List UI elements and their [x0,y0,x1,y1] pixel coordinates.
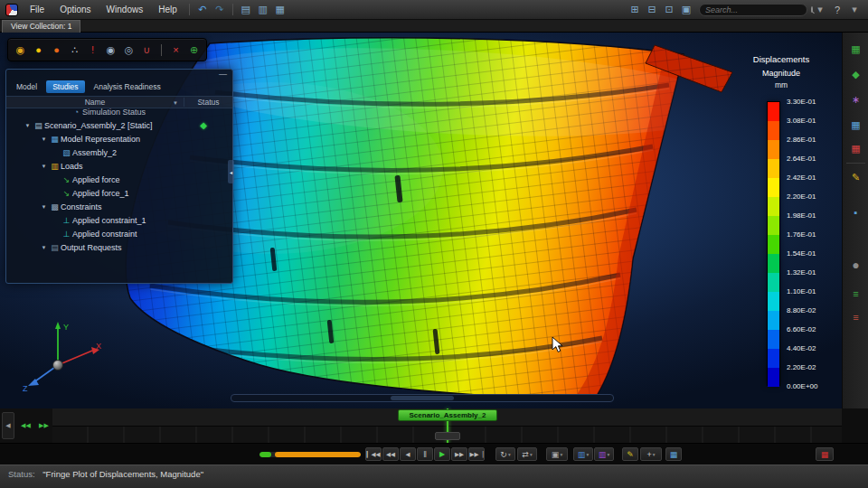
search-scope-icon[interactable]: ▾ [812,3,828,17]
legend-value: 2.86E-01 [787,136,837,144]
jump-start-icon[interactable]: ◀◀ [18,420,33,431]
tree-row-output-requests[interactable]: ▼ ▤ Output Requests [6,240,232,254]
alert-icon[interactable]: ! [85,42,100,58]
scenario-badge[interactable]: Scenario_Assembly_2 [398,409,497,421]
save-view-icon[interactable]: ▥ [255,3,271,17]
fast-rewind-button[interactable]: ◀◀ [382,447,399,461]
scrollbar-handle[interactable] [391,396,454,400]
search-icon[interactable] [811,6,813,13]
expander-icon[interactable]: ▼ [39,164,49,169]
play-button[interactable]: ▶ [434,447,450,461]
expander-icon[interactable]: ▼ [39,245,49,250]
search-box[interactable] [699,4,807,16]
menu-bar: File Options Windows Help ↶ ↷ ▤ ▥ ▦ ⊞ ⊟ … [0,0,868,20]
section-cut-icon[interactable]: × [168,42,184,58]
tab-studies[interactable]: Studies [46,80,84,93]
material-sphere-icon[interactable]: ● [49,42,64,58]
transport-bar: ▎◀◀ ◀◀ ◀ ‖ ▶ ▶▶ ▶▶▕ ↻ ▾ ⇄ ▾ ▣ ▾ ▥ ▾ ▥ ▾ … [0,443,868,465]
redo-icon[interactable]: ↷ [212,3,228,17]
expander-icon[interactable]: ▼ [23,123,33,128]
entity-dots-icon[interactable]: ∴ [67,42,82,58]
tree-row[interactable]: ◔ Simulation Status [6,108,232,118]
monitor-icon[interactable]: ▣ [678,3,694,17]
triad-z-label: Z [23,384,28,393]
mesh-display-icon[interactable]: ⊕ [186,42,202,58]
search-input[interactable] [705,5,811,14]
tree-row-applied-constraint[interactable]: ⊥ Applied constraint [6,227,232,240]
fringe-style-button[interactable]: ▥ ▾ [573,447,593,461]
chevron-down-icon: ▾ [508,452,511,457]
skip-end-button[interactable]: ▶▶▕ [468,447,485,461]
column-status[interactable]: Status [184,98,232,107]
tree-row-applied-force[interactable]: ↘ Applied force [6,173,232,186]
tree-row-applied-constraint-1[interactable]: ⊥ Applied constraint_1 [6,213,232,227]
fast-forward-button[interactable]: ▶▶ [451,447,467,461]
menu-options[interactable]: Options [52,2,98,17]
report-icon[interactable]: ▦ [848,141,863,156]
snap-magnet-icon[interactable]: ∪ [139,42,155,58]
data-table-icon[interactable]: ▦ [848,117,863,133]
expander-icon[interactable]: ▼ [39,136,49,142]
add-plot-button[interactable]: + ▾ [640,447,662,461]
legend-value: 2.20E-01 [787,192,837,201]
layout-icon[interactable]: ▦ [272,3,288,17]
menu-help[interactable]: Help [151,2,184,17]
copy-view-icon[interactable]: ▤ [238,3,254,17]
status-message: "Fringe Plot of Displacements, Magnitude… [42,469,203,479]
selection-eye-icon[interactable]: ◎ [121,42,137,58]
note-icon[interactable]: ▪ [848,204,863,220]
tree-row-loads[interactable]: ▼ ▥ Loads [6,159,232,173]
viewport-scrollbar[interactable] [231,394,614,402]
visibility-icon[interactable]: ◉ [103,42,118,58]
undo-icon[interactable]: ↶ [194,3,211,17]
mesh-table-icon[interactable]: ▦ [848,42,863,57]
shaded-sphere-icon[interactable]: ● [31,42,46,58]
pause-button[interactable]: ‖ [417,447,433,461]
menu-windows[interactable]: Windows [99,2,151,17]
record-export-button[interactable]: ▦ [816,447,834,461]
skip-start-button[interactable]: ▎◀◀ [365,447,382,461]
spectrum-button[interactable]: ▥ ▾ [594,447,614,461]
tree-row-assembly[interactable]: ▧ Assembly_2 [6,145,232,159]
model-rep-icon: ▦ [49,135,61,144]
chevron-down-icon: ▾ [653,452,656,457]
layers-red-icon[interactable]: ≡ [848,309,863,324]
studies-panel: — Model Studies Analysis Readiness Name … [5,69,233,284]
table-view-button[interactable]: ▦ [665,447,682,461]
loop-mode-button[interactable]: ↻ ▾ [495,447,515,461]
tab-analysis-readiness[interactable]: Analysis Readiness [88,80,167,93]
annotate-icon[interactable]: ✎ [848,170,863,185]
tree-row-model-representation[interactable]: ▼ ▦ Model Representation [6,132,232,145]
tree-row-applied-force-1[interactable]: ↘ Applied force_1 [6,186,232,200]
orbit-sphere-icon[interactable]: ● [848,257,863,272]
help-icon[interactable]: ? [829,3,845,17]
step-back-button[interactable]: ◀ [400,447,416,461]
edit-plot-button[interactable]: ✎ [622,447,638,461]
expander-icon[interactable]: ▼ [39,204,49,210]
results-icon[interactable]: ◆ [848,67,863,82]
panel-collapse-handle[interactable]: ◂ [228,160,234,183]
menu-file[interactable]: File [23,2,52,17]
speed-slider[interactable] [259,452,361,457]
minimize-icon[interactable]: — [219,70,227,79]
timeline-grip[interactable] [435,432,460,440]
tree-row-constraints[interactable]: ▼ ▩ Constraints [6,200,232,213]
filter-icon[interactable]: ▼ [173,100,178,106]
window-cascade-icon[interactable]: ⊡ [661,3,677,17]
window-tile-icon[interactable]: ⊞ [627,3,643,17]
tab-model[interactable]: Model [10,80,43,93]
layers-green-icon[interactable]: ≡ [848,286,863,301]
view-collection-tab[interactable]: View Collection: 1 [2,20,80,33]
display-style-icon[interactable]: ◉ [13,42,28,58]
window-split-icon[interactable]: ⊟ [644,3,660,17]
pin-icon[interactable]: ▾ [846,3,863,17]
jump-end-icon[interactable]: ▶▶ [36,420,52,431]
materials-icon[interactable]: ∗ [848,92,863,108]
column-name[interactable]: Name ▼ [6,98,184,107]
timeline-collapse-icon[interactable]: ◀ [2,412,14,439]
viewport-3d[interactable]: Y X Z ◉ ● ● ∴ ! ◉ ◎ ∪ × ⊕ — [0,33,842,408]
toolbar-separator [232,4,233,15]
capture-button[interactable]: ▣ ▾ [546,447,568,461]
tree-row-scenario[interactable]: ▼ ▤ Scenario_Assembly_2 [Static] ◆ [6,118,232,132]
bounce-mode-button[interactable]: ⇄ ▾ [517,447,537,461]
